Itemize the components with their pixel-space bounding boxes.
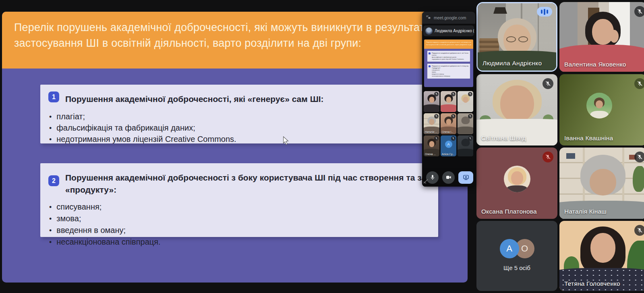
group-1-bullets: плагіат; фальсифікація та фабрикація дан… — [49, 111, 236, 145]
camera-icon — [445, 174, 452, 181]
resize-handle[interactable] — [423, 178, 428, 185]
avatar: А — [445, 141, 452, 148]
participant-name: Олена І... — [442, 131, 453, 133]
mic-muted-icon — [434, 136, 439, 141]
overflow-avatars: A O — [476, 239, 557, 258]
pip-thumbnail[interactable] — [441, 91, 456, 112]
group-1-number-badge: 1 — [48, 91, 59, 102]
mic-muted-icon — [451, 114, 456, 118]
participant-name: Валентина Яковенко — [564, 61, 626, 68]
pip-thumbnail[interactable] — [458, 91, 473, 112]
pip-icon — [426, 14, 431, 21]
mic-icon — [429, 174, 436, 181]
participant-name: Іванна Квашніна — [564, 135, 613, 142]
bullet-item: несанкціонована співпраця. — [49, 236, 161, 248]
mic-muted-icon — [634, 225, 644, 236]
mic-muted-icon — [634, 6, 644, 17]
group-2-bullets: списування; змова; введення в оману; нес… — [49, 201, 161, 248]
present-button[interactable] — [458, 171, 473, 184]
avatar: A — [500, 239, 519, 258]
pip-thumbnail[interactable]: Олена ... — [424, 135, 439, 156]
slide-group-1-box: 1 Порушення академічної доброчесності, я… — [40, 85, 429, 143]
mic-muted-icon — [434, 114, 439, 118]
avatar — [504, 166, 530, 192]
speaking-indicator-icon — [537, 7, 552, 17]
pip-thumbnail[interactable] — [458, 135, 473, 156]
bullet-item: фальсифікація та фабрикація даних; — [49, 123, 236, 134]
mouse-cursor — [282, 136, 290, 147]
slide-title: Перелік порушень академічної доброчеснос… — [14, 20, 456, 51]
avatar — [425, 27, 433, 35]
pip-title-bar: meet.google.com — [422, 12, 475, 24]
bullet-item: списування; — [49, 201, 161, 213]
preview-slide-header: Перелік порушень академічної доброчеснос… — [424, 39, 473, 49]
participant-name: Олена ... — [425, 153, 436, 156]
participant-name: Наталія Кінаш — [564, 208, 607, 215]
mic-muted-icon — [468, 136, 472, 141]
group-1-heading: Порушення академічної доброчесності, які… — [65, 93, 324, 105]
mic-muted-icon — [543, 152, 553, 162]
preview-group-2: Порушення академічної доброчесності з бо… — [427, 64, 470, 79]
pip-thumbnail[interactable]: Олена І... — [441, 113, 456, 134]
pip-shared-screen-preview[interactable]: Перелік порушень академічної доброчеснос… — [424, 39, 473, 87]
bullet-item: плагіат; — [49, 111, 236, 123]
slide-header: Перелік порушень академічної доброчеснос… — [2, 12, 468, 69]
preview-group-1: Порушення академічної доброчесності, які… — [427, 51, 470, 62]
participant-name: Людмила Андрієнко — [482, 60, 542, 67]
mic-muted-icon — [468, 92, 472, 96]
presenter-label: Людмила Андрієнко (Ви (пок — [435, 29, 474, 33]
participant-name: Світлана Швед — [481, 135, 526, 142]
participant-name: Оксана Платонова — [481, 208, 537, 215]
participant-tile-ivanna-kvashnina[interactable]: Іванна Квашніна — [559, 74, 644, 145]
mic-muted-icon — [634, 152, 644, 162]
participant-tile-liudmyla-andriienko[interactable]: Людмила Андрієнко — [476, 2, 557, 72]
pip-thumbnail[interactable] — [424, 91, 439, 112]
pip-control-bar — [422, 168, 475, 187]
shared-presentation-slide: Перелік порушень академічної доброчеснос… — [2, 12, 468, 283]
pip-presenter-row[interactable]: Людмила Андрієнко (Ви (пок — [423, 25, 474, 36]
mic-muted-icon — [468, 114, 472, 118]
participant-tile-tetiana-holovchenko[interactable]: Тетяна Головченко — [559, 221, 644, 291]
meet-pip-window[interactable]: meet.google.com Людмила Андрієнко (Ви (п… — [422, 12, 475, 187]
participant-tile-nataliia-kinash[interactable]: Наталія Кінаш — [559, 148, 644, 219]
participant-tile-oksana-platonova[interactable]: Оксана Платонова — [476, 148, 557, 219]
mic-muted-icon — [451, 136, 456, 141]
pip-thumbnail[interactable] — [458, 113, 473, 134]
overflow-tile-more-people[interactable]: A O Ще 5 осіб — [476, 221, 557, 291]
bullet-item: змова; — [49, 213, 161, 224]
mic-muted-icon — [451, 92, 456, 96]
mic-muted-icon — [434, 92, 439, 96]
camera-button[interactable] — [442, 171, 455, 184]
participant-name: Наталія ... — [425, 131, 437, 133]
slide-group-2-box: 2 Порушення академічної доброчесності з … — [40, 163, 438, 237]
pip-thumbnail-grid: Наталія ... Олена І... Олена ... А Аліса… — [424, 91, 474, 156]
participant-name: Тетяна Головченко — [564, 280, 620, 287]
pip-thumbnail[interactable]: А Аліса Су... — [441, 135, 456, 156]
participant-name: Аліса Су... — [442, 153, 454, 156]
present-to-screen-icon — [463, 174, 469, 181]
mic-muted-icon — [543, 78, 553, 89]
pip-url: meet.google.com — [434, 15, 466, 20]
avatar — [586, 93, 612, 118]
group-2-heading: Порушення академічної доброчесності з бо… — [65, 172, 468, 196]
mic-muted-icon — [634, 78, 644, 89]
bullet-item: введення в оману; — [49, 224, 161, 236]
bullet-item: недотримання умов ліцензій Creative Comm… — [49, 134, 236, 145]
participant-tile-svitlana-shved[interactable]: Світлана Швед — [476, 74, 557, 145]
participant-tile-valentyna-yakovenko[interactable]: Валентина Яковенко — [559, 2, 644, 72]
more-people-label: Ще 5 осіб — [476, 264, 557, 271]
group-2-number-badge: 2 — [48, 175, 59, 186]
pip-thumbnail[interactable]: Наталія ... — [424, 113, 439, 134]
